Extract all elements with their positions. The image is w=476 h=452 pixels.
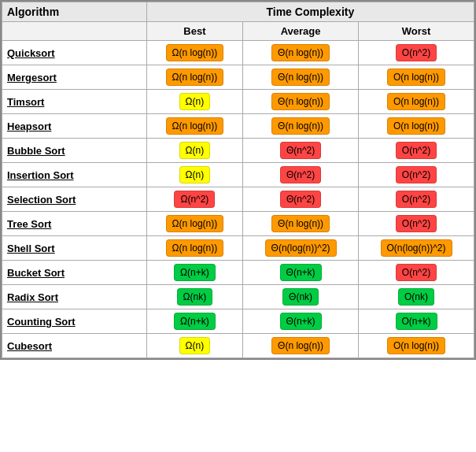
main-table-wrapper: Algorithm Time Complexity Best Average W… xyxy=(0,0,476,360)
cell-best: Ω(n log(n)) xyxy=(146,114,242,139)
algo-name-cell[interactable]: Mergesort xyxy=(2,65,147,90)
badge-best: Ω(n log(n)) xyxy=(166,215,224,232)
algo-name-cell[interactable]: Selection Sort xyxy=(2,187,147,212)
algo-name-cell[interactable]: Counting Sort xyxy=(2,309,147,334)
algo-name-cell[interactable]: Insertion Sort xyxy=(2,163,147,187)
cell-best: Ω(n log(n)) xyxy=(146,236,242,261)
cell-best: Ω(n log(n)) xyxy=(146,212,242,236)
cell-best: Ω(n) xyxy=(146,163,242,187)
cell-avg: Θ(n(log(n))^2) xyxy=(243,236,359,261)
algo-name-cell[interactable]: Heapsort xyxy=(2,114,147,139)
cell-avg: Θ(n+k) xyxy=(243,309,359,334)
badge-worst: O(n log(n)) xyxy=(387,337,445,354)
badge-best: Ω(n^2) xyxy=(174,191,215,208)
col-sub-worst: Worst xyxy=(359,22,474,41)
badge-avg: Θ(n log(n)) xyxy=(271,69,330,86)
badge-best: Ω(n) xyxy=(179,166,211,183)
cell-avg: Θ(n log(n)) xyxy=(243,65,359,90)
algo-name-cell[interactable]: Cubesort xyxy=(2,334,147,358)
algo-name-cell[interactable]: Timsort xyxy=(2,90,147,114)
table-row: QuicksortΩ(n log(n))Θ(n log(n))O(n^2) xyxy=(2,41,474,65)
cell-avg: Θ(n log(n)) xyxy=(243,334,359,358)
badge-avg: Θ(n log(n)) xyxy=(271,93,330,110)
algo-name-cell[interactable]: Bucket Sort xyxy=(2,261,147,285)
table-row: TimsortΩ(n)Θ(n log(n))O(n log(n)) xyxy=(2,90,474,114)
cell-worst: O(n^2) xyxy=(359,41,474,65)
table-row: Shell SortΩ(n log(n))Θ(n(log(n))^2)O(n(l… xyxy=(2,236,474,261)
cell-avg: Θ(n log(n)) xyxy=(243,212,359,236)
cell-best: Ω(n) xyxy=(146,334,242,358)
badge-best: Ω(n) xyxy=(179,93,211,110)
algo-name-cell[interactable]: Bubble Sort xyxy=(2,139,147,163)
badge-best: Ω(n log(n)) xyxy=(166,69,224,86)
cell-best: Ω(n) xyxy=(146,90,242,114)
algo-name-cell[interactable]: Quicksort xyxy=(2,41,147,65)
cell-best: Ω(n+k) xyxy=(146,309,242,334)
badge-best: Ω(n) xyxy=(179,142,211,159)
badge-worst: O(n^2) xyxy=(396,191,437,208)
cell-worst: O(n log(n)) xyxy=(359,90,474,114)
cell-avg: Θ(n log(n)) xyxy=(243,114,359,139)
badge-avg: Θ(n log(n)) xyxy=(271,215,330,232)
table-row: Radix SortΩ(nk)Θ(nk)O(nk) xyxy=(2,285,474,309)
badge-avg: Θ(n+k) xyxy=(280,313,322,330)
badge-avg: Θ(n log(n)) xyxy=(271,117,330,135)
cell-best: Ω(n) xyxy=(146,139,242,163)
badge-avg: Θ(n^2) xyxy=(280,191,321,208)
badge-worst: O(n log(n)) xyxy=(387,117,445,135)
badge-worst: O(n+k) xyxy=(396,313,437,330)
badge-best: Ω(n log(n)) xyxy=(166,117,224,135)
cell-avg: Θ(n log(n)) xyxy=(243,41,359,65)
badge-worst: O(n^2) xyxy=(396,215,437,232)
badge-worst: O(n log(n)) xyxy=(387,93,445,110)
cell-worst: O(nk) xyxy=(359,285,474,309)
col-sub-best: Best xyxy=(146,22,242,41)
cell-avg: Θ(nk) xyxy=(243,285,359,309)
col-sub-empty xyxy=(2,22,147,41)
badge-avg: Θ(n^2) xyxy=(280,142,321,159)
table-row: Counting SortΩ(n+k)Θ(n+k)O(n+k) xyxy=(2,309,474,334)
cell-avg: Θ(n^2) xyxy=(243,139,359,163)
cell-best: Ω(n log(n)) xyxy=(146,41,242,65)
badge-avg: Θ(n+k) xyxy=(280,264,322,281)
badge-worst: O(n^2) xyxy=(396,44,437,61)
badge-avg: Θ(n(log(n))^2) xyxy=(265,239,337,257)
badge-worst: O(n^2) xyxy=(396,142,437,159)
badge-worst: O(n log(n)) xyxy=(387,69,445,86)
cell-worst: O(n^2) xyxy=(359,187,474,212)
cell-best: Ω(nk) xyxy=(146,285,242,309)
cell-worst: O(n^2) xyxy=(359,261,474,285)
col-sub-avg: Average xyxy=(243,22,359,41)
badge-best: Ω(n log(n)) xyxy=(166,44,224,61)
badge-best: Ω(n) xyxy=(179,337,211,354)
header-sub-row: Best Average Worst xyxy=(2,22,474,41)
cell-worst: O(n log(n)) xyxy=(359,114,474,139)
col-header-time: Time Complexity xyxy=(146,2,474,22)
badge-best: Ω(n+k) xyxy=(174,313,216,330)
algo-name-cell[interactable]: Tree Sort xyxy=(2,212,147,236)
table-row: Bubble SortΩ(n)Θ(n^2)O(n^2) xyxy=(2,139,474,163)
header-top-row: Algorithm Time Complexity xyxy=(2,2,474,22)
badge-worst: O(n(log(n))^2) xyxy=(381,239,452,257)
cell-avg: Θ(n+k) xyxy=(243,261,359,285)
table-row: CubesortΩ(n)Θ(n log(n))O(n log(n)) xyxy=(2,334,474,358)
cell-worst: O(n log(n)) xyxy=(359,65,474,90)
cell-best: Ω(n log(n)) xyxy=(146,65,242,90)
cell-worst: O(n(log(n))^2) xyxy=(359,236,474,261)
badge-best: Ω(n log(n)) xyxy=(166,239,224,257)
table-row: MergesortΩ(n log(n))Θ(n log(n))O(n log(n… xyxy=(2,65,474,90)
table-row: Bucket SortΩ(n+k)Θ(n+k)O(n^2) xyxy=(2,261,474,285)
badge-avg: Θ(n log(n)) xyxy=(271,44,330,61)
table-row: Insertion SortΩ(n)Θ(n^2)O(n^2) xyxy=(2,163,474,187)
algo-name-cell[interactable]: Shell Sort xyxy=(2,236,147,261)
badge-worst: O(n^2) xyxy=(396,264,437,281)
table-row: HeapsortΩ(n log(n))Θ(n log(n))O(n log(n)… xyxy=(2,114,474,139)
badge-avg: Θ(nk) xyxy=(282,288,319,306)
algo-name-cell[interactable]: Radix Sort xyxy=(2,285,147,309)
cell-best: Ω(n+k) xyxy=(146,261,242,285)
badge-best: Ω(n+k) xyxy=(174,264,216,281)
table-row: Selection SortΩ(n^2)Θ(n^2)O(n^2) xyxy=(2,187,474,212)
cell-avg: Θ(n log(n)) xyxy=(243,90,359,114)
table-row: Tree SortΩ(n log(n))Θ(n log(n))O(n^2) xyxy=(2,212,474,236)
badge-worst: O(n^2) xyxy=(396,166,437,183)
